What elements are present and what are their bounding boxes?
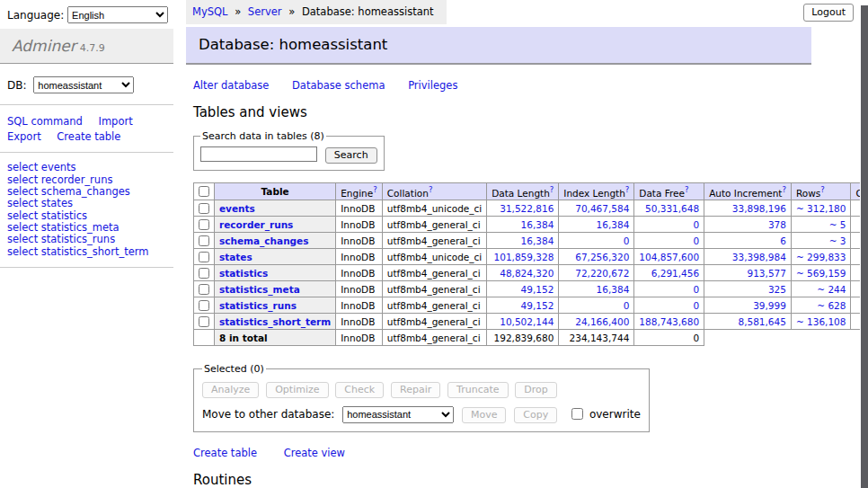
vertical-scrollbar[interactable] — [860, 0, 868, 488]
data-free-link[interactable]: 0 — [693, 235, 699, 246]
data-length-link[interactable]: 31,522,816 — [500, 203, 554, 214]
index-length-link[interactable]: 16,384 — [597, 284, 630, 295]
data-free-link[interactable]: 104,857,600 — [639, 252, 699, 262]
language-select[interactable]: English — [67, 6, 168, 23]
sidebar-select-statistics[interactable]: select statistics — [7, 210, 166, 222]
table-link[interactable]: statistics — [219, 268, 268, 279]
table-link[interactable]: schema_changes — [219, 235, 309, 246]
sidebar-select-statistics-runs[interactable]: select statistics_runs — [7, 234, 166, 245]
rows-link[interactable]: ~ 299,833 — [796, 252, 846, 262]
row-checkbox[interactable] — [199, 219, 209, 230]
data-length-link[interactable]: 10,502,144 — [500, 316, 554, 327]
data-length-link[interactable]: 16,384 — [521, 235, 554, 246]
data-free-link[interactable]: 188,743,680 — [639, 316, 699, 327]
overwrite-checkbox[interactable] — [571, 408, 583, 420]
drop-button[interactable]: Drop — [515, 382, 556, 398]
sidebar-link-sql-command[interactable]: SQL command — [7, 115, 83, 128]
logout-button[interactable]: Logout — [803, 4, 854, 22]
index-length-link[interactable]: 67,256,320 — [575, 252, 629, 262]
truncate-button[interactable]: Truncate — [447, 382, 508, 398]
data-free-link[interactable]: 0 — [693, 300, 699, 311]
alter-database-link[interactable]: Alter database — [193, 79, 269, 92]
rows-link[interactable]: ~ 5 — [829, 219, 846, 230]
index-length-link[interactable]: 0 — [624, 235, 630, 246]
help-icon[interactable]: ? — [429, 185, 433, 194]
rows-link[interactable]: ~ 3 — [829, 235, 846, 246]
scrollbar-thumb[interactable] — [861, 5, 868, 488]
help-icon[interactable]: ? — [625, 185, 630, 194]
sidebar-link-import[interactable]: Import — [98, 115, 132, 128]
table-link[interactable]: statistics_short_term — [219, 316, 331, 327]
sidebar-select-statistics-short-term[interactable]: select statistics_short_term — [7, 246, 166, 258]
data-length-link[interactable]: 49,152 — [521, 300, 554, 311]
database-schema-link[interactable]: Database schema — [292, 79, 385, 92]
index-length-link[interactable]: 70,467,584 — [575, 203, 629, 214]
data-free-link[interactable]: 0 — [693, 219, 699, 230]
index-length-link[interactable]: 16,384 — [597, 219, 630, 230]
auto-increment-link[interactable]: 6 — [780, 235, 786, 246]
help-icon[interactable]: ? — [550, 185, 554, 194]
select-all-checkbox[interactable] — [199, 186, 209, 197]
repair-button[interactable]: Repair — [391, 382, 440, 398]
breadcrumb-server[interactable]: Server — [248, 5, 282, 18]
sidebar-select-schema-changes[interactable]: select schema_changes — [7, 186, 166, 198]
search-button[interactable]: Search — [325, 147, 377, 164]
table-link[interactable]: statistics_meta — [219, 284, 300, 295]
row-checkbox[interactable] — [199, 203, 209, 214]
auto-increment-link[interactable]: 8,581,645 — [738, 316, 785, 327]
data-free-link[interactable]: 0 — [693, 284, 699, 295]
copy-button[interactable]: Copy — [514, 407, 557, 423]
data-length-link[interactable]: 101,859,328 — [494, 252, 554, 262]
auto-increment-link[interactable]: 325 — [768, 284, 786, 295]
sidebar-link-export[interactable]: Export — [7, 130, 41, 143]
table-link[interactable]: statistics_runs — [219, 300, 297, 311]
sidebar-link-create-table[interactable]: Create table — [57, 130, 120, 143]
create-table-link[interactable]: Create table — [193, 447, 257, 459]
check-button[interactable]: Check — [335, 382, 384, 398]
rows-link[interactable]: ~ 569,159 — [796, 268, 846, 279]
data-length-link[interactable]: 16,384 — [521, 219, 554, 230]
optimize-button[interactable]: Optimize — [266, 382, 328, 398]
row-checkbox[interactable] — [199, 284, 209, 295]
analyze-button[interactable]: Analyze — [202, 382, 259, 398]
table-link[interactable]: recorder_runs — [219, 219, 293, 230]
help-icon[interactable]: ? — [782, 185, 786, 194]
rows-link[interactable]: ~ 312,180 — [796, 203, 846, 214]
breadcrumb-mysql[interactable]: MySQL — [192, 5, 228, 18]
help-icon[interactable]: ? — [820, 185, 825, 194]
auto-increment-link[interactable]: 33,398,984 — [732, 252, 786, 262]
sidebar-select-events[interactable]: select events — [7, 162, 166, 173]
data-length-link[interactable]: 48,824,320 — [500, 268, 554, 279]
table-link[interactable]: events — [219, 203, 255, 214]
db-select[interactable]: homeassistant — [33, 76, 134, 93]
search-input[interactable] — [200, 146, 317, 162]
row-checkbox[interactable] — [199, 300, 209, 311]
row-checkbox[interactable] — [199, 252, 209, 262]
rows-link[interactable]: ~ 136,108 — [796, 316, 846, 327]
privileges-link[interactable]: Privileges — [408, 79, 457, 92]
index-length-link[interactable]: 24,166,400 — [575, 316, 629, 327]
auto-increment-link[interactable]: 913,577 — [748, 268, 786, 279]
index-length-link[interactable]: 72,220,672 — [575, 268, 629, 279]
rows-link[interactable]: ~ 244 — [817, 284, 846, 295]
auto-increment-link[interactable]: 33,898,196 — [732, 203, 786, 214]
row-checkbox[interactable] — [199, 316, 209, 327]
index-length-link[interactable]: 0 — [624, 300, 630, 311]
sidebar-select-statistics-meta[interactable]: select statistics_meta — [7, 222, 166, 234]
help-icon[interactable]: ? — [685, 185, 689, 194]
create-view-link[interactable]: Create view — [284, 447, 345, 459]
data-free-link[interactable]: 6,291,456 — [651, 268, 699, 279]
auto-increment-link[interactable]: 39,999 — [753, 300, 786, 311]
sidebar-select-recorder-runs[interactable]: select recorder_runs — [7, 174, 166, 186]
version-link[interactable]: 4.7.9 — [80, 42, 105, 54]
row-checkbox[interactable] — [199, 268, 209, 279]
table-link[interactable]: states — [219, 252, 252, 262]
help-icon[interactable]: ? — [373, 185, 377, 194]
data-length-link[interactable]: 49,152 — [521, 284, 554, 295]
data-free-link[interactable]: 50,331,648 — [645, 203, 699, 214]
row-checkbox[interactable] — [199, 235, 209, 246]
auto-increment-link[interactable]: 378 — [768, 219, 786, 230]
rows-link[interactable]: ~ 628 — [817, 300, 846, 311]
adminer-logo[interactable]: Adminer — [12, 37, 76, 55]
sidebar-select-states[interactable]: select states — [7, 198, 166, 209]
